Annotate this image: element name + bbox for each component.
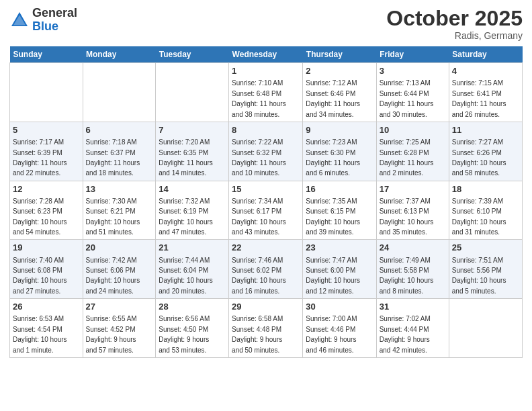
day-info: Sunrise: 7:17 AM Sunset: 6:39 PM Dayligh… <box>13 138 67 177</box>
calendar-week-row: 19Sunrise: 7:40 AM Sunset: 6:08 PM Dayli… <box>10 240 523 299</box>
day-info: Sunrise: 6:58 AM Sunset: 4:48 PM Dayligh… <box>232 315 283 353</box>
day-number: 9 <box>306 124 373 136</box>
day-number: 3 <box>380 65 446 77</box>
calendar-cell: 4Sunrise: 7:15 AM Sunset: 6:41 PM Daylig… <box>449 63 522 122</box>
day-info: Sunrise: 7:40 AM Sunset: 6:08 PM Dayligh… <box>13 257 67 295</box>
logo-icon <box>9 10 30 30</box>
day-number: 4 <box>452 65 519 77</box>
calendar-cell: 12Sunrise: 7:28 AM Sunset: 6:23 PM Dayli… <box>10 181 83 240</box>
calendar-cell: 15Sunrise: 7:34 AM Sunset: 6:17 PM Dayli… <box>229 181 303 240</box>
day-info: Sunrise: 7:13 AM Sunset: 6:44 PM Dayligh… <box>380 79 434 118</box>
day-info: Sunrise: 7:34 AM Sunset: 6:17 PM Dayligh… <box>232 197 286 236</box>
day-info: Sunrise: 7:00 AM Sunset: 4:46 PM Dayligh… <box>306 315 357 353</box>
day-info: Sunrise: 7:39 AM Sunset: 6:10 PM Dayligh… <box>452 197 506 236</box>
day-number: 26 <box>13 301 80 313</box>
calendar-cell <box>156 63 229 122</box>
calendar-cell: 9Sunrise: 7:23 AM Sunset: 6:30 PM Daylig… <box>303 122 376 181</box>
day-number: 22 <box>232 242 300 254</box>
day-info: Sunrise: 7:51 AM Sunset: 5:56 PM Dayligh… <box>452 257 506 295</box>
day-number: 7 <box>159 124 226 136</box>
day-number: 28 <box>159 301 226 313</box>
calendar-cell: 10Sunrise: 7:25 AM Sunset: 6:28 PM Dayli… <box>376 122 449 181</box>
day-info: Sunrise: 7:46 AM Sunset: 6:02 PM Dayligh… <box>232 257 286 295</box>
day-info: Sunrise: 7:25 AM Sunset: 6:28 PM Dayligh… <box>380 138 434 177</box>
calendar-week-row: 26Sunrise: 6:53 AM Sunset: 4:54 PM Dayli… <box>10 299 523 358</box>
calendar-cell <box>449 299 522 358</box>
day-number: 13 <box>86 183 153 195</box>
calendar-cell: 30Sunrise: 7:00 AM Sunset: 4:46 PM Dayli… <box>303 299 376 358</box>
day-number: 31 <box>380 301 446 313</box>
weekday-header-sunday: Sunday <box>10 46 83 63</box>
calendar-cell: 3Sunrise: 7:13 AM Sunset: 6:44 PM Daylig… <box>376 63 449 122</box>
day-info: Sunrise: 7:49 AM Sunset: 5:58 PM Dayligh… <box>380 257 434 295</box>
weekday-header-thursday: Thursday <box>303 46 376 63</box>
day-info: Sunrise: 7:47 AM Sunset: 6:00 PM Dayligh… <box>306 257 360 295</box>
calendar-week-row: 12Sunrise: 7:28 AM Sunset: 6:23 PM Dayli… <box>10 181 523 240</box>
day-info: Sunrise: 6:53 AM Sunset: 4:54 PM Dayligh… <box>13 315 67 353</box>
day-info: Sunrise: 7:18 AM Sunset: 6:37 PM Dayligh… <box>86 138 140 177</box>
weekday-header-monday: Monday <box>83 46 156 63</box>
calendar-cell <box>10 63 83 122</box>
day-info: Sunrise: 7:15 AM Sunset: 6:41 PM Dayligh… <box>452 79 506 118</box>
day-number: 15 <box>232 183 300 195</box>
calendar-cell: 26Sunrise: 6:53 AM Sunset: 4:54 PM Dayli… <box>10 299 83 358</box>
day-number: 23 <box>306 242 373 254</box>
calendar-cell: 20Sunrise: 7:42 AM Sunset: 6:06 PM Dayli… <box>83 240 156 299</box>
calendar-cell: 24Sunrise: 7:49 AM Sunset: 5:58 PM Dayli… <box>376 240 449 299</box>
calendar-cell: 31Sunrise: 7:02 AM Sunset: 4:44 PM Dayli… <box>376 299 449 358</box>
logo-general-text: General <box>32 6 77 19</box>
day-number: 1 <box>232 65 300 77</box>
calendar-cell: 5Sunrise: 7:17 AM Sunset: 6:39 PM Daylig… <box>10 122 83 181</box>
calendar-cell: 19Sunrise: 7:40 AM Sunset: 6:08 PM Dayli… <box>10 240 83 299</box>
day-info: Sunrise: 7:30 AM Sunset: 6:21 PM Dayligh… <box>86 197 140 236</box>
day-info: Sunrise: 7:10 AM Sunset: 6:48 PM Dayligh… <box>232 79 286 118</box>
calendar-cell: 16Sunrise: 7:35 AM Sunset: 6:15 PM Dayli… <box>303 181 376 240</box>
calendar-cell: 22Sunrise: 7:46 AM Sunset: 6:02 PM Dayli… <box>229 240 303 299</box>
calendar-cell: 7Sunrise: 7:20 AM Sunset: 6:35 PM Daylig… <box>156 122 229 181</box>
day-info: Sunrise: 6:55 AM Sunset: 4:52 PM Dayligh… <box>86 315 137 353</box>
day-info: Sunrise: 6:56 AM Sunset: 4:50 PM Dayligh… <box>159 315 210 353</box>
day-info: Sunrise: 7:20 AM Sunset: 6:35 PM Dayligh… <box>159 138 213 177</box>
day-number: 6 <box>86 124 153 136</box>
logo-blue-text: Blue <box>32 19 58 33</box>
day-number: 21 <box>159 242 226 254</box>
day-info: Sunrise: 7:02 AM Sunset: 4:44 PM Dayligh… <box>380 315 431 353</box>
page-container: General Blue October 2025 Radis, Germany… <box>0 0 532 363</box>
calendar-cell: 6Sunrise: 7:18 AM Sunset: 6:37 PM Daylig… <box>83 122 156 181</box>
subtitle: Radis, Germany <box>386 30 523 41</box>
day-info: Sunrise: 7:22 AM Sunset: 6:32 PM Dayligh… <box>232 138 286 177</box>
logo: General Blue <box>9 7 77 34</box>
day-info: Sunrise: 7:23 AM Sunset: 6:30 PM Dayligh… <box>306 138 360 177</box>
day-number: 8 <box>232 124 300 136</box>
day-info: Sunrise: 7:44 AM Sunset: 6:04 PM Dayligh… <box>159 257 213 295</box>
weekday-header-wednesday: Wednesday <box>229 46 303 63</box>
month-title: October 2025 <box>386 7 523 30</box>
calendar-cell: 27Sunrise: 6:55 AM Sunset: 4:52 PM Dayli… <box>83 299 156 358</box>
day-info: Sunrise: 7:42 AM Sunset: 6:06 PM Dayligh… <box>86 257 140 295</box>
day-number: 2 <box>306 65 373 77</box>
day-number: 12 <box>13 183 80 195</box>
calendar-cell: 2Sunrise: 7:12 AM Sunset: 6:46 PM Daylig… <box>303 63 376 122</box>
calendar-week-row: 1Sunrise: 7:10 AM Sunset: 6:48 PM Daylig… <box>10 63 523 122</box>
weekday-header-row: SundayMondayTuesdayWednesdayThursdayFrid… <box>10 46 523 63</box>
day-info: Sunrise: 7:12 AM Sunset: 6:46 PM Dayligh… <box>306 79 360 118</box>
calendar-cell: 17Sunrise: 7:37 AM Sunset: 6:13 PM Dayli… <box>376 181 449 240</box>
day-info: Sunrise: 7:35 AM Sunset: 6:15 PM Dayligh… <box>306 197 360 236</box>
calendar-cell: 11Sunrise: 7:27 AM Sunset: 6:26 PM Dayli… <box>449 122 522 181</box>
calendar-cell: 13Sunrise: 7:30 AM Sunset: 6:21 PM Dayli… <box>83 181 156 240</box>
day-number: 18 <box>452 183 519 195</box>
day-info: Sunrise: 7:28 AM Sunset: 6:23 PM Dayligh… <box>13 197 67 236</box>
day-number: 25 <box>452 242 519 254</box>
day-number: 27 <box>86 301 153 313</box>
day-number: 17 <box>380 183 446 195</box>
day-number: 5 <box>13 124 80 136</box>
day-number: 10 <box>380 124 446 136</box>
calendar-cell: 28Sunrise: 6:56 AM Sunset: 4:50 PM Dayli… <box>156 299 229 358</box>
day-info: Sunrise: 7:32 AM Sunset: 6:19 PM Dayligh… <box>159 197 213 236</box>
title-block: October 2025 Radis, Germany <box>386 7 523 41</box>
calendar-cell: 23Sunrise: 7:47 AM Sunset: 6:00 PM Dayli… <box>303 240 376 299</box>
day-number: 30 <box>306 301 373 313</box>
day-number: 16 <box>306 183 373 195</box>
calendar-cell: 8Sunrise: 7:22 AM Sunset: 6:32 PM Daylig… <box>229 122 303 181</box>
weekday-header-tuesday: Tuesday <box>156 46 229 63</box>
